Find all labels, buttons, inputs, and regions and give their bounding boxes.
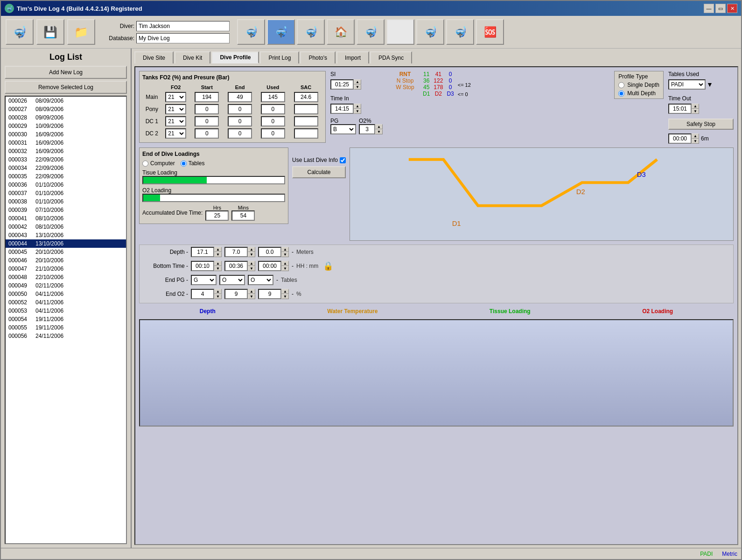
tank-sac-input-0[interactable] [294,92,318,102]
single-depth-radio[interactable] [618,82,624,88]
si-down[interactable]: ▼ [354,84,361,90]
log-item[interactable]: 00004822/10/2006 [6,273,126,281]
pg-select[interactable]: BAC [330,124,356,134]
safety-stop-up[interactable]: ▲ [692,133,699,139]
endo2-down-1[interactable]: ▼ [214,294,222,299]
toolbar-btn-3[interactable]: 🤿 [297,19,325,45]
log-item[interactable]: 00002910/09/2006 [6,122,126,130]
log-item[interactable]: 00005204/11/2006 [6,298,126,307]
bottom-down-2[interactable]: ▼ [248,266,255,271]
log-item[interactable]: 00003216/09/2006 [6,147,126,155]
log-item[interactable]: 00003422/09/2006 [6,164,126,172]
o2pct-down[interactable]: ▼ [375,129,383,134]
tank-used-input-1[interactable] [261,104,285,114]
o2pct-up[interactable]: ▲ [375,124,383,129]
tank-start-input-1[interactable] [195,104,219,114]
o2pct-input[interactable] [359,124,375,134]
depth-down-2[interactable]: ▼ [248,252,255,257]
tank-sac-input-2[interactable] [294,116,318,126]
log-item[interactable]: 00002809/09/2006 [6,113,126,122]
tank-sac-input-1[interactable] [294,104,318,114]
timein-up[interactable]: ▲ [354,104,361,109]
endo2-up-1[interactable]: ▲ [214,289,222,294]
new-log-toolbar-button[interactable]: 🤿 [6,19,34,45]
add-new-log-button[interactable]: Add New Log [5,66,127,79]
database-input[interactable] [136,33,230,43]
use-last-dive-checkbox[interactable] [340,157,346,163]
log-item[interactable]: 00004208/10/2006 [6,223,126,231]
tank-sac-input-3[interactable] [294,128,318,139]
log-item[interactable]: 00002708/09/2006 [6,105,126,113]
multi-depth-radio[interactable] [618,91,624,97]
endo2-up-3[interactable]: ▲ [281,289,289,294]
endo2-up-2[interactable]: ▲ [248,289,255,294]
tab-import[interactable]: Import [336,51,369,63]
tank-end-input-0[interactable] [228,92,252,102]
maximize-button[interactable]: ▭ [715,4,726,13]
bottom-down-3[interactable]: ▼ [281,266,289,271]
mins-input[interactable] [231,210,255,221]
log-item[interactable]: 00003701/10/2006 [6,189,126,197]
depth-down-1[interactable]: ▼ [214,252,222,257]
tab-pda-sync[interactable]: PDA Sync [370,51,412,63]
end-pg-select-2[interactable]: OAB [219,275,245,285]
log-item[interactable]: 00003016/09/2006 [6,130,126,139]
tank-end-input-3[interactable] [228,128,252,139]
toolbar-btn-9[interactable]: 🆘 [476,19,504,45]
tank-start-input-2[interactable] [195,116,219,126]
tank-end-input-1[interactable] [228,104,252,114]
log-item[interactable]: 00003907/10/2006 [6,206,126,214]
end-pg-select-3[interactable]: OAB [248,275,273,285]
close-button[interactable]: ✕ [727,4,737,13]
log-item[interactable]: 00003522/09/2006 [6,172,126,181]
tables-used-select[interactable]: PADI NAUI [668,79,706,90]
tab-dive-kit[interactable]: Dive Kit [175,51,210,63]
log-item[interactable]: 00004620/10/2006 [6,256,126,265]
endo2-down-2[interactable]: ▼ [248,294,255,299]
log-item[interactable]: 00004108/10/2006 [6,214,126,223]
tables-radio[interactable] [181,161,187,167]
si-up[interactable]: ▲ [354,79,361,84]
tank-fo2-select-0[interactable]: 21 [165,92,186,102]
toolbar-btn-7[interactable]: 🤿 [416,19,444,45]
safety-stop-down[interactable]: ▼ [692,139,699,144]
depth-input-2[interactable] [224,247,248,257]
save-toolbar-button[interactable]: 💾 [36,19,64,45]
depth-up-1[interactable]: ▲ [214,247,222,252]
tank-fo2-select-1[interactable]: 21 [165,104,186,114]
tank-start-input-3[interactable] [195,128,219,139]
endo2-input-1[interactable] [191,289,214,299]
calculate-button[interactable]: Calculate [292,166,346,178]
tab-dive-profile[interactable]: Dive Profile [211,51,259,63]
log-item[interactable]: 00005004/11/2006 [6,290,126,298]
log-item[interactable]: 00003601/10/2006 [6,181,126,189]
bottom-down-1[interactable]: ▼ [214,266,222,271]
endo2-input-3[interactable] [258,289,281,299]
endo2-down-3[interactable]: ▼ [281,294,289,299]
depth-input-1[interactable] [191,247,214,257]
end-pg-select-1[interactable]: GAB [191,275,217,285]
depth-input-3[interactable] [258,247,281,257]
si-input[interactable] [330,79,354,90]
log-item[interactable]: 00005419/11/2006 [6,315,126,323]
log-item[interactable]: 00002608/09/2006 [6,97,126,105]
log-item[interactable]: 00004413/10/2006 [6,239,126,248]
safety-stop-input[interactable] [668,133,692,144]
log-item[interactable]: 00005624/11/2006 [6,332,126,340]
log-item[interactable]: 00003116/09/2006 [6,139,126,147]
timeout-up[interactable]: ▲ [692,104,699,109]
hrs-input[interactable] [205,210,229,221]
tank-fo2-select-3[interactable]: 21 [165,128,186,139]
toolbar-btn-8[interactable]: 🤿 [446,19,474,45]
bottom-up-2[interactable]: ▲ [248,261,255,266]
depth-up-2[interactable]: ▲ [248,247,255,252]
remove-selected-log-button[interactable]: Remove Selected Log [5,81,127,94]
log-item[interactable]: 00003801/10/2006 [6,197,126,206]
open-toolbar-button[interactable]: 📁 [67,19,95,45]
tank-fo2-select-2[interactable]: 21 [165,116,186,126]
computer-radio[interactable] [142,161,148,167]
log-list-container[interactable]: 00002608/09/200600002708/09/200600002809… [5,96,127,544]
log-item[interactable]: 00004520/10/2006 [6,248,126,256]
timeout-input[interactable] [668,104,692,114]
tank-end-input-2[interactable] [228,116,252,126]
